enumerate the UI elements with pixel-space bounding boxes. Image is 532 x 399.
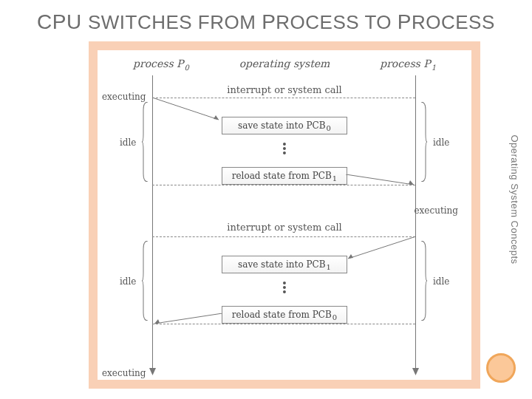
svg-line-2 [348, 236, 416, 259]
arrow-icon [346, 236, 416, 260]
title-word-p2: P [398, 10, 412, 33]
slide: CPU SWITCHES FROM PROCESS TO PROCESS Ope… [0, 0, 532, 399]
brace-right-idle-1 [420, 102, 427, 182]
diagram-frame: process P0 operating system process P1 i… [89, 41, 480, 389]
vdots-2: ••• [98, 281, 471, 294]
box-save-pcb0: save state into PCB0 [222, 117, 347, 134]
corner-bullet-icon [486, 353, 516, 383]
state-p0-idle-2: idle [120, 276, 136, 287]
arrow-icon [152, 313, 222, 325]
state-p1-idle-2: idle [433, 276, 449, 287]
arrow-icon [346, 174, 416, 186]
svg-line-3 [154, 313, 222, 324]
state-p1-exec: executing [415, 205, 459, 216]
box-save-pcb1: save state into PCB1 [222, 256, 347, 273]
title-words-switches: SWITCHES FROM [88, 11, 256, 33]
box-reload-pcb1: reload state from PCB1 [222, 167, 347, 185]
title-word-cpu: CPU [37, 10, 88, 33]
brace-left-idle-2 [142, 241, 149, 321]
title-word-p1: P [262, 10, 276, 33]
side-margin-label: Operating System Concepts [509, 134, 520, 264]
state-p0-idle-1: idle [120, 137, 136, 148]
box-reload-pcb0: reload state from PCB0 [222, 306, 347, 324]
state-p1-idle-1: idle [433, 137, 449, 148]
title-word-rocess2: ROCESS [412, 11, 495, 33]
diagram: process P0 operating system process P1 i… [98, 50, 471, 380]
vdots-1: ••• [98, 142, 471, 155]
brace-right-idle-2 [420, 241, 427, 321]
label-interrupt-1: interrupt or system call [98, 84, 471, 95]
title-word-rocess1: ROCESS TO [276, 11, 397, 33]
arrowhead-icon [412, 368, 419, 375]
state-p0-exec-2: executing [102, 368, 146, 378]
svg-line-0 [152, 98, 219, 120]
arrow-icon [152, 98, 222, 121]
svg-line-1 [346, 174, 414, 185]
slide-title: CPU SWITCHES FROM PROCESS TO PROCESS [37, 10, 495, 34]
label-interrupt-2: interrupt or system call [98, 222, 471, 233]
brace-left-idle-1 [142, 102, 149, 182]
arrowhead-icon [149, 368, 156, 375]
header-process-p1: process P1 [380, 58, 436, 72]
state-p0-exec-1: executing [102, 92, 146, 102]
